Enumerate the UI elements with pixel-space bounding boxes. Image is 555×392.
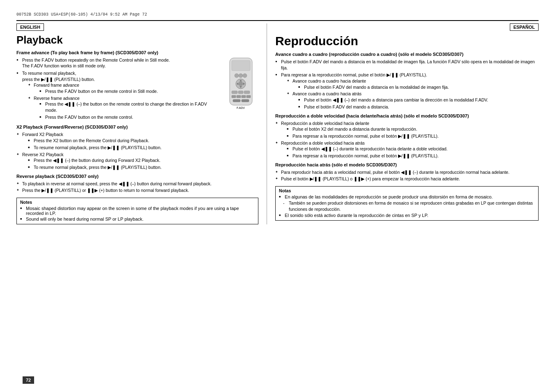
reprod-atras-list: Para reproducir hacia atrás a velocidad … [275, 169, 539, 182]
avance-sq: Pulse el botón F.ADV del mando a distanc… [298, 84, 539, 90]
list-item: Para regresar a la reproducción normal, … [287, 133, 539, 139]
frame-advance-header: Frame advance (To play back frame by fra… [16, 50, 258, 55]
notes-item-2: Sound will only be heard during normal S… [20, 217, 255, 221]
notas-item-2: El sonido sólo está activo durante la re… [279, 213, 535, 218]
avance-cuadro-section: Avance cuadro a cuadro (reproducción cua… [275, 52, 539, 110]
list-item: Press the F.ADV button on the remote con… [39, 114, 258, 120]
list-item: Pulse el botón ◀❚❚ (–) durante la reprod… [287, 146, 539, 152]
spanish-title: Reproducción [275, 34, 539, 48]
list-item: Pulse el botón F.ADV del mando a distanc… [275, 59, 539, 71]
notas-dash-1: También se pueden producir distorsiones … [283, 200, 535, 212]
file-header: 00752B SCD303 USA+ESP(60-105) 4/13/04 9:… [16, 12, 539, 17]
list-item: Press the ◀❚❚ (–) the button on the remo… [39, 101, 258, 113]
nested-square-list: Press the ◀❚❚ (–) the button on the remo… [39, 101, 258, 120]
x2-list: Forward X2 Playback Press the X2 button … [16, 131, 258, 170]
x2-playback-header: X2 Playback (Forward/Reverse) (SCD305/D3… [16, 125, 258, 129]
list-item: Avance cuadro a cuadro hacia atrás Pulse… [287, 91, 539, 110]
list-item: Para regresar a la reproducción normal, … [275, 72, 539, 110]
avance-list: Pulse el botón F.ADV del mando a distanc… [275, 59, 539, 110]
reprod-atras-header: Reproducción hacia atrás (sólo el modelo… [275, 162, 539, 167]
reprod-atras-section: Reproducción hacia atrás (sólo el modelo… [275, 162, 539, 182]
list-item: Press the ◀❚❚ (–) the button during duri… [28, 157, 258, 164]
page-number: 72 [23, 376, 34, 384]
doble-vel-list: Reproducción a doble velocidad hacia del… [275, 120, 539, 159]
list-item: Para regresar a la reproducción normal, … [287, 153, 539, 159]
spanish-column: ESPAÑOL Reproducción Avance cuadro a cua… [267, 23, 539, 224]
reverse-playback-header: Reverse playback (SCD305/D307 only) [16, 174, 258, 179]
list-item: To playback in reverse at normal speed, … [16, 181, 258, 187]
list-item: Pulse el botón ◀❚❚ (–) del mando a dista… [298, 97, 539, 103]
list-item: Pulse el botón F.ADV del mando a distanc… [298, 104, 539, 110]
list-item: Avance cuadro a cuadro hacia delante Pul… [287, 78, 539, 90]
list-item: Reproducción a doble velocidad hacia del… [275, 120, 539, 139]
avance-cuadro-header: Avance cuadro a cuadro (reproducción cua… [275, 52, 539, 57]
reverse-playback-section: Reverse playback (SCD305/D307 only) To p… [16, 174, 258, 194]
frame-advance-section: Frame advance (To play back frame by fra… [16, 50, 258, 122]
reverse-list: To playback in reverse at normal speed, … [16, 181, 258, 194]
list-item: Reverse X2 Playback Press the ◀❚❚ (–) th… [16, 152, 258, 171]
notes-item-1: Mosaic shaped distortion may appear on t… [20, 206, 255, 216]
nested-list: Forward frame advance Press the F.ADV bu… [28, 82, 258, 120]
english-title: Playback [16, 34, 258, 46]
avance-nested: Avance cuadro a cuadro hacia delante Pul… [287, 78, 539, 110]
notas-item-1: En algunas de las modalidades de reprodu… [279, 194, 535, 199]
frame-advance-list: Press the F.ADV button repeatedly on the… [16, 57, 258, 120]
list-item: Pulse el botón X2 del mando a distancia … [287, 126, 539, 132]
notes-box-es: Notas En algunas de las modalidades de r… [275, 186, 539, 221]
nested-square-list: Press the F.ADV button on the remote con… [39, 88, 258, 95]
list-item: To resume normal playback,press the ▶/❚❚… [16, 70, 258, 120]
notes-title-en: Notes [20, 200, 255, 205]
list-item: Reverse frame advance Press the ◀❚❚ (–) … [28, 95, 258, 120]
english-column: ENGLISH Playback Frame advance (To play … [16, 23, 267, 224]
list-item: Forward X2 Playback Press the X2 button … [16, 131, 258, 150]
x2-sub-list: Press the X2 button on the Remote Contro… [28, 138, 258, 150]
list-item: Press the ▶/❚❚ (PLAY/STILL) or ❚❚▶ (+) b… [16, 187, 258, 194]
avance-sq-2: Pulse el botón ◀❚❚ (–) del mando a dista… [298, 97, 539, 110]
doble-vel-header: Reproducción a doble velocidad (hacia de… [275, 113, 539, 118]
list-item: Reproducción a doble velocidad hacia atr… [275, 140, 539, 159]
notes-title-es: Notas [279, 188, 535, 193]
doble-sq-1: Pulse el botón X2 del mando a distancia … [287, 126, 539, 139]
list-item: Pulse el botón ▶/❚❚ (PLAY/STILL) o ❚❚▶ (… [275, 176, 539, 182]
list-item: Press the F.ADV button on the remote con… [39, 88, 258, 95]
doble-vel-section: Reproducción a doble velocidad (hacia de… [275, 113, 539, 159]
list-item: Para reproducir hacia atrás a velocidad … [275, 169, 539, 175]
list-item: To resume normal playback, press the ▶/❚… [28, 164, 258, 171]
list-item: Forward frame advance Press the F.ADV bu… [28, 82, 258, 94]
x2-playback-section: X2 Playback (Forward/Reverse) (SCD305/D3… [16, 125, 258, 170]
list-item: To resume normal playback, press the ▶/❚… [28, 145, 258, 151]
page: 00752B SCD303 USA+ESP(60-105) 4/13/04 9:… [0, 0, 555, 392]
spanish-lang-badge: ESPAÑOL [510, 23, 539, 31]
notes-box-en: Notes Mosaic shaped distortion may appea… [16, 198, 258, 224]
x2-rev-sub-list: Press the ◀❚❚ (–) the button during duri… [28, 157, 258, 170]
doble-sq-2: Pulse el botón ◀❚❚ (–) durante la reprod… [287, 146, 539, 159]
list-item: Pulse el botón F.ADV del mando a distanc… [298, 84, 539, 90]
english-lang-badge: ENGLISH [16, 23, 44, 31]
list-item: Press the F.ADV button repeatedly on the… [16, 57, 258, 69]
list-item: Press the X2 button on the Remote Contro… [28, 138, 258, 144]
